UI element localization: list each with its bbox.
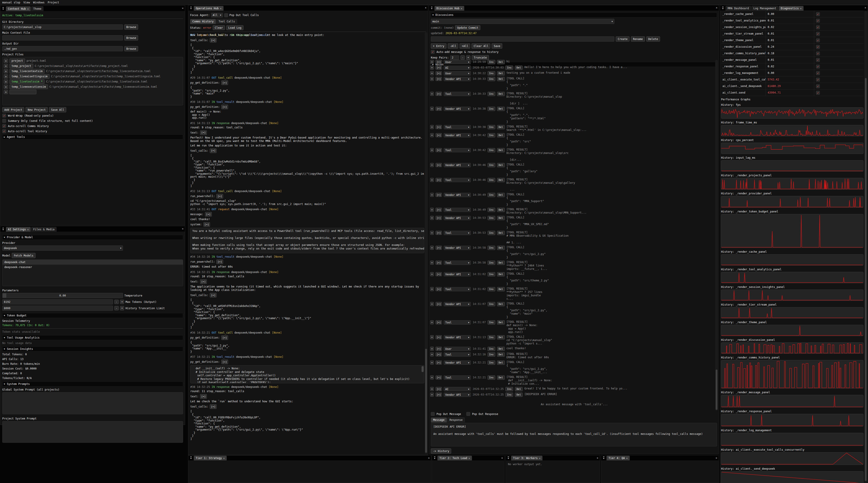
del-button[interactable]: Del [497, 148, 505, 152]
del-button[interactable]: Del [497, 335, 505, 340]
ins-button[interactable]: Ins [488, 71, 495, 75]
insert-above-button[interactable]: + [430, 393, 434, 397]
role-select[interactable]: User▼ [444, 60, 471, 64]
model-list-item[interactable]: deepseek-reasoner [2, 265, 183, 270]
role-select[interactable]: Vendor API▼ [444, 302, 471, 306]
del-button[interactable]: Del [497, 261, 505, 265]
file-tag-button[interactable]: temp_liveaisettingssim [9, 74, 50, 79]
output-dir-browse-button[interactable]: Browse [124, 46, 138, 51]
expand-entry-button[interactable]: [+] [436, 92, 442, 96]
expand-button[interactable]: [+] [200, 394, 207, 399]
ins-button[interactable]: Ins [488, 148, 495, 152]
discussion-scrollbar-thumb[interactable] [716, 369, 717, 410]
menu-item[interactable]: View [23, 1, 30, 4]
role-select[interactable]: Tool▼ [444, 320, 471, 325]
role-select[interactable]: Tool▼ [444, 231, 471, 235]
ins-button[interactable]: Ins [488, 360, 495, 365]
ins-button[interactable]: Ins [488, 216, 495, 220]
ins-button[interactable]: Ins [505, 393, 513, 397]
ins-button[interactable]: Ins [488, 261, 495, 265]
insert-above-button[interactable]: + [430, 125, 434, 129]
remove-file-button[interactable]: x [4, 74, 8, 78]
del-button[interactable]: Del [497, 272, 505, 277]
role-select[interactable]: Tool▼ [444, 148, 471, 152]
token-budget-header[interactable]: ▼Token Budget [2, 313, 183, 318]
expand-entry-button[interactable]: [+] [436, 163, 442, 167]
timing-enabled-checkbox[interactable]: ✓ [816, 38, 820, 42]
box-scrollbar-thumb[interactable] [422, 366, 424, 372]
expand-entry-button[interactable]: [+] [436, 376, 442, 380]
role-select[interactable]: Tool▼ [444, 287, 471, 291]
max-tokens-input[interactable]: 8192 [2, 299, 113, 304]
expand-entry-button[interactable]: [+] [436, 107, 442, 111]
file-tag-button[interactable]: temp_livecontextsim [9, 69, 44, 73]
pop-out-tool-calls-checkbox[interactable] [224, 13, 228, 17]
insert-above-button[interactable]: + [430, 133, 434, 137]
expand-entry-button[interactable]: [+] [436, 387, 442, 391]
role-select[interactable]: Vendor API▼ [444, 107, 471, 111]
timing-enabled-checkbox[interactable]: ✓ [816, 52, 820, 55]
project-prompt-textarea[interactable] [2, 421, 183, 443]
expand-button[interactable]: [+] [200, 279, 207, 284]
tab-message[interactable]: Message [431, 417, 447, 422]
history-truncation-input[interactable]: 8000 [2, 305, 113, 311]
expand-entry-button[interactable]: [+] [436, 335, 442, 339]
expand-button[interactable]: [+] [216, 194, 223, 198]
expand-button[interactable]: [+] [210, 38, 217, 42]
menu-item[interactable]: Project [48, 1, 59, 4]
save-button[interactable]: Save [492, 43, 502, 49]
add-project-button[interactable]: Add Project [2, 107, 24, 112]
tool-usage-header[interactable]: ▼Tool Usage Analytics [2, 335, 183, 340]
expand-entry-button[interactable]: [+] [436, 287, 442, 291]
ins-button[interactable]: Ins [505, 66, 513, 70]
ins-button[interactable]: Ins [488, 107, 495, 111]
timing-enabled-checkbox[interactable]: ✓ [816, 71, 820, 75]
ins-button[interactable]: Ins [488, 231, 495, 235]
insert-above-button[interactable]: + [430, 272, 434, 276]
discussions-header[interactable]: ▼Discussions [431, 12, 717, 18]
expand-button[interactable]: [+] [221, 335, 228, 340]
timing-enabled-checkbox[interactable]: ✓ [816, 58, 820, 62]
update-commit-button[interactable]: Update Commit [455, 25, 480, 30]
role-select[interactable]: Tool▼ [444, 92, 471, 96]
expand-button[interactable]: [+] [216, 259, 223, 264]
expand-entry-button[interactable]: [+] [436, 133, 442, 137]
keep-pairs-increment-button[interactable]: + [466, 55, 470, 60]
tab-tier-3[interactable]: Tier 3: Workers✕ [511, 456, 542, 460]
timing-enabled-checkbox[interactable]: ✓ [816, 25, 820, 29]
ins-button[interactable]: Ins [488, 208, 495, 212]
del-button[interactable]: Del [497, 125, 505, 129]
tab-context-hub[interactable]: Context Hub✕ [6, 6, 31, 11]
clear-all-button[interactable]: Clear All [471, 43, 490, 49]
fetch-models-button[interactable]: Fetch Models [12, 253, 35, 258]
del-button[interactable]: Del [497, 178, 505, 182]
expand-entry-button[interactable]: [+] [436, 208, 442, 212]
provider-select[interactable]: deepseek▼ [2, 246, 123, 251]
close-icon[interactable]: ✕ [182, 227, 184, 230]
expand-button[interactable]: [+] [210, 404, 217, 409]
del-button[interactable]: Del [497, 193, 505, 197]
system-prompts-header[interactable]: ▼System Prompts [2, 382, 183, 386]
tab-close-icon[interactable]: ✕ [220, 7, 221, 10]
remove-file-button[interactable]: x [4, 85, 8, 89]
window-menu-icon[interactable]: ▼ [506, 456, 510, 460]
tab-close-icon[interactable]: ✕ [461, 7, 462, 10]
ins-button[interactable]: Ins [488, 302, 495, 306]
window-menu-icon[interactable]: ▼ [1, 227, 5, 231]
role-select[interactable]: Tool▼ [444, 352, 471, 357]
timing-enabled-checkbox[interactable]: ✓ [816, 12, 820, 16]
log-text-box[interactable]: def __init__(self) -> None: # Initialize… [190, 365, 424, 383]
insert-above-button[interactable]: + [430, 77, 434, 81]
insert-above-button[interactable]: + [430, 193, 434, 197]
keep-pairs-decrement-button[interactable]: - [460, 55, 465, 60]
tab-discussion-hub[interactable]: Discussion Hub✕ [434, 6, 464, 11]
del-button[interactable]: Del [497, 360, 505, 365]
load-log-button[interactable]: Load Log [226, 25, 243, 30]
expand-button[interactable]: [+] [210, 149, 217, 153]
session-insights-header[interactable]: ▼Session Insights [2, 347, 183, 351]
max-tokens-increment-button[interactable]: + [120, 300, 124, 304]
ins-button[interactable]: Ins [488, 125, 495, 129]
discussion-name-input[interactable] [431, 36, 614, 41]
close-icon[interactable]: ✕ [865, 6, 866, 9]
role-select[interactable]: Vendor API▼ [444, 335, 471, 340]
